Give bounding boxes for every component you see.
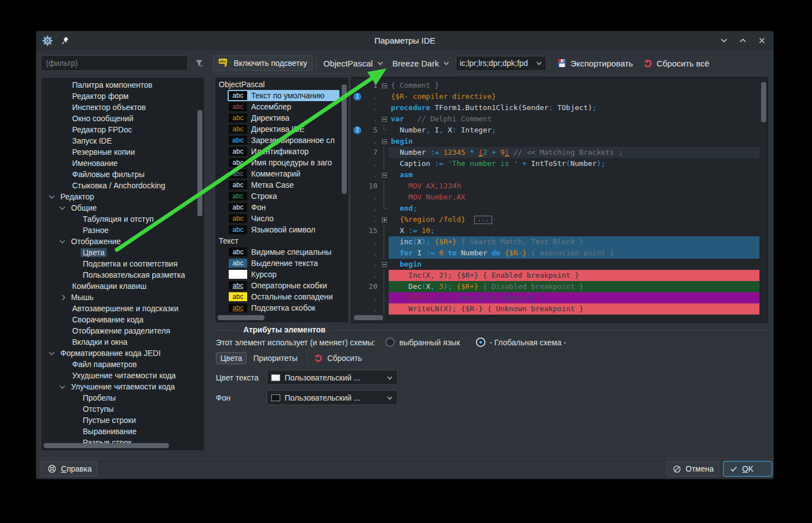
fold-gutter[interactable] bbox=[380, 203, 389, 214]
element-item[interactable]: abcОператорные скобки bbox=[215, 280, 341, 291]
code-line[interactable]: 10 MOV AX,1234h bbox=[352, 180, 759, 192]
sidebar-item-резервные-копии[interactable]: Резервные копии bbox=[41, 146, 196, 158]
sidebar-item-файловые-фильтры[interactable]: Файловые фильтры bbox=[41, 169, 196, 180]
fold-gutter[interactable] bbox=[380, 180, 389, 192]
sidebar-item-запуск-ide[interactable]: Запуск IDE bbox=[41, 135, 196, 146]
reset-all-button[interactable]: Сбросить всё bbox=[638, 55, 714, 71]
sidebar-item-мышь[interactable]: Мышь bbox=[41, 292, 196, 303]
enable-highlight-button[interactable]: abc Включить подсветку bbox=[213, 55, 313, 71]
editor-vscrollbar[interactable] bbox=[761, 82, 766, 122]
code-preview[interactable]: 1{ Comment }1.{$R- compiler directive}.p… bbox=[351, 77, 768, 323]
sidebar-item-редактор-fpdoc[interactable]: Редактор FPDoc bbox=[41, 124, 196, 135]
foreground-color-combo[interactable]: Пользовательский ... bbox=[267, 370, 398, 385]
element-item[interactable]: abcДиректива IDE bbox=[215, 123, 341, 135]
sidebar-item-цвета[interactable]: Цвета bbox=[41, 247, 196, 258]
sidebar-item-пользовательская-разметка[interactable]: Пользовательская разметка bbox=[41, 269, 196, 280]
reset-button[interactable]: Сбросить bbox=[314, 354, 362, 363]
fold-collapse-icon[interactable] bbox=[382, 83, 387, 88]
sidebar-item-общие[interactable]: Общие bbox=[41, 202, 196, 213]
sidebar-item-автозавершение-и-подсказки[interactable]: Автозавершение и подсказки bbox=[41, 303, 196, 314]
language-combo[interactable]: ObjectPascal bbox=[319, 55, 388, 71]
elements-hscrollbar[interactable] bbox=[218, 315, 265, 320]
filter-input[interactable]: (фильтр) bbox=[41, 55, 188, 71]
code-line[interactable]: 7 Number := 12345 * (2 + 9) // << Matchi… bbox=[352, 147, 759, 158]
code-line[interactable]: 20 Dec(X, 3); {$R+} { Disabled breakpoin… bbox=[352, 281, 759, 292]
code-line[interactable]: . end; bbox=[352, 203, 759, 214]
fold-gutter[interactable] bbox=[380, 158, 389, 169]
fold-gutter[interactable] bbox=[380, 91, 389, 102]
element-item[interactable]: abcВидимые специальны bbox=[215, 246, 341, 258]
tab-colors[interactable]: Цвета bbox=[216, 352, 247, 364]
titlebar[interactable]: Параметры IDE bbox=[36, 31, 773, 50]
code-line[interactable]: .procedure TForm1.Button1Click(Sender: T… bbox=[352, 102, 759, 113]
radio-global-scheme[interactable]: - Глобальная схема - bbox=[476, 337, 566, 347]
fold-gutter[interactable] bbox=[380, 303, 389, 315]
fold-gutter[interactable] bbox=[380, 236, 389, 248]
fold-gutter[interactable] bbox=[380, 169, 389, 180]
maximize-icon[interactable] bbox=[738, 36, 748, 46]
element-item[interactable]: abcДиректива bbox=[215, 112, 341, 123]
element-item[interactable]: Курсор bbox=[215, 269, 341, 280]
fold-gutter[interactable] bbox=[380, 270, 389, 281]
sidebar-item-именование[interactable]: Именование bbox=[41, 158, 196, 169]
sidebar-item-вкладки-и-окна[interactable]: Вкладки и окна bbox=[41, 336, 196, 348]
chevron-down-icon[interactable] bbox=[60, 205, 65, 210]
sidebar-item-подсветка-и-соответствия[interactable]: Подсветка и соответствия bbox=[41, 258, 196, 269]
element-item[interactable]: abcКомментарий bbox=[215, 168, 341, 179]
collapsed-fold-marker[interactable]: ... bbox=[474, 216, 492, 224]
code-line[interactable]: . inc(X); {$R+} { Search Match, Text Blo… bbox=[352, 236, 759, 248]
element-item[interactable]: abcЗарезервированное сл bbox=[215, 135, 341, 146]
sidebar-item-окно-сообщений[interactable]: Окно сообщений bbox=[41, 113, 196, 124]
code-line[interactable]: . MOV Number,AX bbox=[352, 192, 759, 203]
editor-hscrollbar[interactable] bbox=[354, 315, 383, 320]
background-color-combo[interactable]: Пользовательский ... bbox=[267, 390, 398, 405]
fold-gutter[interactable] bbox=[380, 248, 389, 259]
code-line[interactable]: . Inc(X, 2); {$R+} { Enabled breakpoint … bbox=[352, 270, 759, 281]
element-item[interactable]: abcВыделение текста bbox=[215, 258, 341, 269]
sidebar-item-пробелы[interactable]: Пробелы bbox=[41, 392, 196, 403]
code-line[interactable]: . begin bbox=[352, 259, 759, 270]
fold-gutter[interactable] bbox=[380, 147, 389, 158]
element-item[interactable]: abcПодсветка скобок bbox=[215, 302, 341, 313]
element-item[interactable]: abcЧисло bbox=[215, 213, 341, 224]
sidebar-item-улучшение-читаемости-кода[interactable]: Улучшение читаемости кода bbox=[41, 381, 196, 392]
tree-vscrollbar[interactable] bbox=[197, 110, 202, 216]
sidebar-item-отступы[interactable]: Отступы bbox=[41, 403, 196, 415]
fold-gutter[interactable] bbox=[380, 214, 389, 225]
element-item[interactable]: abcИдентификатор bbox=[215, 146, 341, 157]
sidebar-item-форматирование-кода-jedi[interactable]: Форматирование кода JEDI bbox=[41, 348, 196, 359]
fold-gutter[interactable] bbox=[380, 259, 389, 270]
fold-gutter[interactable] bbox=[380, 80, 389, 91]
code-line[interactable]: 1{ Comment } bbox=[352, 80, 759, 91]
chevron-right-icon[interactable] bbox=[60, 294, 65, 300]
fold-collapse-icon[interactable] bbox=[382, 173, 387, 178]
sidebar-item-редактор-форм[interactable]: Редактор форм bbox=[41, 91, 196, 102]
close-icon[interactable] bbox=[757, 36, 767, 46]
fold-gutter[interactable] bbox=[380, 292, 389, 303]
fold-gutter[interactable] bbox=[380, 125, 389, 136]
fold-collapse-icon[interactable] bbox=[382, 139, 387, 144]
chevron-down-icon[interactable] bbox=[49, 350, 55, 355]
code-line[interactable]: . asm bbox=[352, 169, 759, 180]
tree-hscrollbar[interactable] bbox=[44, 443, 169, 448]
code-line[interactable]: . {$R-} // { Invalid breakpoint } bbox=[352, 292, 759, 303]
fold-gutter[interactable] bbox=[380, 225, 389, 236]
ok-button[interactable]: OK bbox=[723, 461, 772, 477]
sidebar-item-комбинации-клавиш[interactable]: Комбинации клавиш bbox=[41, 280, 196, 292]
export-button[interactable]: Экспортировать bbox=[553, 55, 638, 71]
element-item[interactable]: abcМетка Case bbox=[215, 179, 341, 191]
element-item[interactable]: abcОстальные совпадени bbox=[215, 291, 341, 302]
element-item[interactable]: abcФон bbox=[215, 202, 341, 213]
sidebar-item-палитра-компонентов[interactable]: Палитра компонентов bbox=[41, 79, 196, 91]
radio-selected-language[interactable]: выбранный язык bbox=[385, 337, 460, 347]
fold-gutter[interactable] bbox=[380, 192, 389, 203]
code-line[interactable]: 1.{$R- compiler directive} bbox=[352, 91, 759, 102]
fold-gutter[interactable] bbox=[380, 136, 389, 147]
chevron-down-icon[interactable] bbox=[60, 383, 65, 389]
fold-collapse-icon[interactable] bbox=[382, 117, 387, 122]
fold-gutter[interactable] bbox=[380, 113, 389, 125]
fold-collapse-icon[interactable] bbox=[382, 262, 387, 267]
element-item[interactable]: abcАссемблер bbox=[215, 101, 341, 112]
element-item[interactable]: abcСтрока bbox=[215, 191, 341, 202]
sidebar-item-табуляция-и-отступ[interactable]: Табуляция и отступ bbox=[41, 213, 196, 225]
